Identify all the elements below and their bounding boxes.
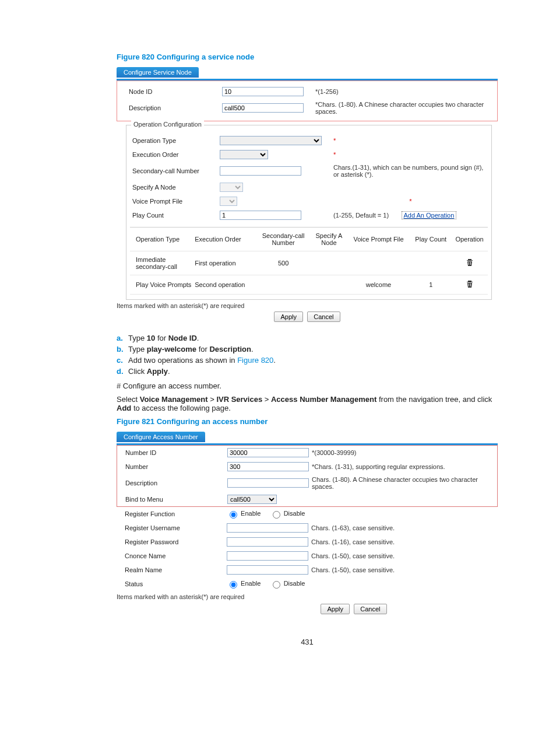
table-row: Immediate secondary-call First operation… — [130, 251, 488, 275]
register-username-label: Register Username — [117, 524, 227, 531]
register-password-help: Chars. (1-16), case sensitive. — [305, 538, 498, 545]
th-specify-node: Specify A Node — [310, 232, 347, 246]
secondary-call-label: Secondary-call Number — [130, 167, 220, 174]
register-password-label: Register Password — [117, 538, 227, 545]
cancel-button[interactable]: Cancel — [307, 312, 340, 322]
node-id-label: Node ID — [117, 88, 222, 95]
an-desc-help: Chars. (1-80). A Chinese character occup… — [306, 476, 497, 490]
hash-instruction: # Configure an access number. — [117, 382, 498, 390]
cell-sec-call: 500 — [256, 260, 310, 267]
required-star: * — [409, 198, 411, 205]
execution-order-label: Execution Order — [130, 151, 220, 158]
cnonce-name-help: Chars. (1-50), case sensitive. — [305, 552, 498, 559]
node-id-input[interactable] — [222, 87, 304, 96]
th-op-type: Operation Type — [131, 236, 195, 243]
operation-type-label: Operation Type — [130, 137, 220, 144]
svg-rect-1 — [470, 262, 471, 265]
realm-name-help: Chars. (1-50), case sensitive. — [305, 566, 498, 573]
operation-config-legend: Operation Configuration — [131, 121, 204, 128]
cell-op-type: Immediate secondary-call — [131, 256, 195, 270]
an-desc-label: Description — [117, 480, 227, 487]
table-row: Play Voice Prompts Second operation welc… — [130, 275, 488, 295]
step-c: Add two operations as shown in Figure 82… — [128, 356, 276, 365]
number-id-label: Number ID — [117, 449, 227, 456]
trash-icon[interactable] — [466, 258, 473, 267]
operation-type-select[interactable] — [220, 136, 322, 145]
register-username-input[interactable] — [227, 523, 308, 533]
node-id-help: *(1-256) — [309, 88, 497, 95]
status-enable[interactable]: Enable — [227, 580, 261, 587]
specify-node-select — [220, 183, 243, 192]
th-sec-call: Secondary-call Number — [256, 232, 310, 246]
trash-icon[interactable] — [466, 280, 473, 288]
cell-exec-order: Second operation — [195, 281, 256, 288]
status-label: Status — [117, 580, 227, 587]
specify-node-label: Specify A Node — [130, 184, 220, 191]
apply-button[interactable]: Apply — [274, 312, 303, 322]
register-username-help: Chars. (1-63), case sensitive. — [305, 524, 498, 531]
secondary-call-help: Chars.(1-31), which can be numbers, poun… — [328, 164, 488, 178]
realm-name-input[interactable] — [227, 565, 308, 575]
number-label: Number — [117, 463, 227, 470]
number-help: *Chars. (1-31), supporting regular expre… — [306, 463, 497, 470]
register-password-input[interactable] — [227, 537, 308, 547]
register-function-label: Register Function — [117, 510, 227, 517]
svg-rect-2 — [469, 284, 469, 286]
number-input[interactable] — [227, 462, 309, 471]
number-id-help: *(30000-39999) — [306, 449, 497, 456]
description-input[interactable] — [222, 103, 304, 113]
play-count-help: (1-255, Default = 1) — [333, 212, 389, 219]
select-instruction: Select Voice Management > IVR Services >… — [117, 395, 498, 412]
page-number: 431 — [117, 638, 498, 646]
description-label: Description — [117, 104, 222, 111]
status-disable[interactable]: Disable — [270, 580, 305, 587]
step-b: Type play-welcome for Description. — [128, 345, 254, 354]
regfn-enable[interactable]: Enable — [227, 510, 261, 517]
svg-rect-0 — [469, 262, 469, 265]
number-id-input[interactable] — [227, 448, 309, 457]
cancel-button[interactable]: Cancel — [354, 604, 386, 614]
tab-configure-access-number[interactable]: Configure Access Number — [117, 432, 205, 442]
add-operation-button[interactable]: Add An Operation — [402, 211, 457, 219]
bind-to-menu-label: Bind to Menu — [117, 496, 227, 503]
description-help: *Chars. (1-80). A Chinese character occu… — [309, 101, 497, 115]
voice-prompt-label: Voice Prompt File — [130, 198, 220, 205]
an-desc-input[interactable] — [227, 478, 309, 488]
cnonce-name-label: Cnonce Name — [117, 552, 227, 559]
cell-op-type: Play Voice Prompts — [131, 281, 195, 288]
required-star: * — [333, 151, 336, 158]
tab-configure-service-node[interactable]: Configure Service Node — [117, 67, 199, 78]
secondary-call-input[interactable] — [220, 166, 301, 176]
th-play-count: Play Count — [409, 236, 452, 243]
cell-play-count: 1 — [409, 281, 452, 288]
th-exec-order: Execution Order — [195, 236, 256, 243]
regfn-disable[interactable]: Disable — [270, 510, 305, 517]
step-d: Click Apply. — [128, 367, 170, 376]
cnonce-name-input[interactable] — [227, 551, 308, 561]
th-operation: Operation — [452, 236, 487, 243]
apply-button[interactable]: Apply — [321, 604, 350, 614]
required-star: * — [333, 137, 336, 144]
execution-order-select[interactable] — [220, 150, 268, 159]
voice-prompt-select — [220, 197, 237, 206]
cell-exec-order: First operation — [195, 260, 256, 267]
realm-name-label: Realm Name — [117, 566, 227, 573]
th-voice-prompt: Voice Prompt File — [348, 236, 410, 243]
step-a: Type 10 for Node ID. — [128, 334, 199, 342]
figure-820-title: Figure 820 Configuring a service node — [117, 52, 498, 61]
svg-rect-3 — [470, 284, 471, 286]
play-count-input[interactable] — [220, 211, 301, 220]
play-count-label: Play Count — [130, 212, 220, 219]
figure-821-title: Figure 821 Configuring an access number — [117, 417, 498, 426]
required-footnote: Items marked with an asterisk(*) are req… — [117, 302, 498, 309]
cell-voice-prompt: welcome — [348, 281, 410, 288]
bind-to-menu-select[interactable]: call500 — [227, 495, 277, 504]
required-footnote: Items marked with an asterisk(*) are req… — [117, 593, 498, 600]
